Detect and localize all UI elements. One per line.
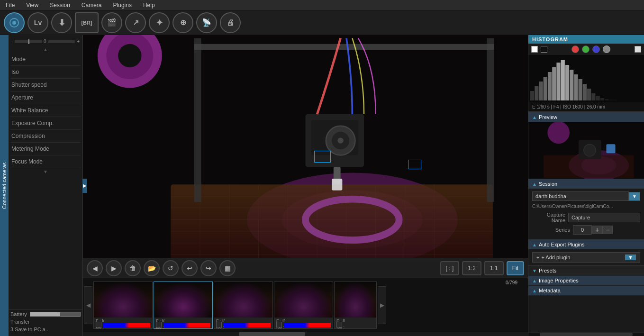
folder-button[interactable]: 📂	[144, 260, 160, 276]
setting-compression[interactable]: Compression	[10, 130, 81, 143]
prev-button[interactable]: ◀	[87, 260, 103, 276]
film-thumb-1[interactable]: F : f/ Iso : E : FL : EB :	[93, 282, 153, 329]
toolbar: Lv ⬇ [BR] 🎬 ↗ ✦ ⊕ 📡 🖨	[0, 10, 644, 35]
setting-shutter[interactable]: Shutter speed	[10, 79, 81, 91]
image-view[interactable]	[83, 35, 528, 258]
save-row[interactable]: 3.Save to PC a...	[10, 327, 81, 332]
preview-header[interactable]: ▲ Preview	[528, 112, 644, 122]
rotate-ccw-button[interactable]: ↩	[181, 260, 198, 276]
scroll-down[interactable]: ▼	[10, 168, 81, 175]
setting-mode[interactable]: Mode	[10, 53, 81, 66]
menu-session[interactable]: Session	[48, 1, 72, 9]
menu-camera[interactable]: Camera	[80, 1, 104, 9]
next-button[interactable]: ▶	[106, 260, 122, 276]
scroll-up[interactable]: ▲	[10, 46, 81, 53]
control-bar: ◀ ▶ 🗑 📂 ↺ ↩ ↪ ▦	[83, 258, 528, 278]
series-increment-button[interactable]: +	[592, 226, 602, 234]
histogram-section: HISTOGRAM	[528, 35, 644, 112]
svg-point-29	[337, 137, 343, 143]
view-fit-button[interactable]: Fit	[507, 261, 524, 275]
film-checkbox-1[interactable]	[96, 322, 101, 327]
setting-wb[interactable]: White Balance	[10, 104, 81, 117]
menu-bar: File View Session Camera Plugins Help	[0, 0, 644, 10]
film-thumb-2[interactable]: F : f/ Iso : E : FL : EB :	[154, 282, 213, 329]
series-decrement-button[interactable]: −	[602, 226, 613, 234]
rotate-cw-icon: ↪	[206, 264, 211, 272]
view-full-button[interactable]: 1:1	[484, 261, 504, 275]
menu-view[interactable]: View	[24, 1, 40, 9]
add-plugin-button[interactable]: + + Add plugin ▼	[532, 252, 640, 263]
rotate-cw-button[interactable]: ↪	[200, 260, 217, 276]
add-plugin-label: + Add plugin	[541, 254, 570, 260]
hist-white-button[interactable]	[531, 46, 538, 53]
layers-button[interactable]: ⊕	[172, 12, 193, 33]
capture-name-input[interactable]	[568, 213, 640, 222]
film-img-3	[214, 282, 272, 318]
preview-image	[528, 122, 644, 179]
gallery-button[interactable]: ▦	[219, 260, 236, 276]
menu-file[interactable]: File	[4, 1, 17, 9]
exposure-slider[interactable]	[15, 40, 42, 43]
hist-black-button[interactable]	[541, 46, 547, 53]
film-checkbox-3[interactable]	[216, 322, 222, 327]
hist-red-button[interactable]	[571, 45, 579, 53]
film-checkbox-4[interactable]	[276, 322, 282, 327]
exp-min: -	[11, 39, 13, 44]
setting-aperture[interactable]: Aperture	[10, 91, 81, 104]
setting-expcomp[interactable]: Exposure Comp.	[10, 117, 81, 130]
delete-button[interactable]: 🗑	[125, 260, 141, 276]
star-button[interactable]: ✦	[149, 12, 170, 33]
filmstrip-next[interactable]: ▶	[378, 286, 386, 324]
settings-panel: - 0 + ▲ Mode Iso Shutter speed Aperture …	[9, 35, 82, 309]
menu-help[interactable]: Help	[141, 1, 157, 9]
battery-row: Battery	[10, 311, 81, 317]
metadata-section: ▲ Metadata	[528, 286, 644, 296]
wifi-icon: 📡	[202, 18, 211, 27]
presets-header[interactable]: ▼ Presets	[528, 266, 644, 275]
h-scroll-thumb[interactable]	[239, 332, 306, 336]
panel-toggle[interactable]: ▶	[82, 179, 87, 193]
download-button[interactable]: ⬇	[51, 12, 72, 33]
refresh-button[interactable]: ↺	[163, 260, 179, 276]
session-dropdown-arrow[interactable]: ▼	[629, 192, 640, 201]
connected-cameras-tab[interactable]: Connected cameras	[0, 35, 9, 336]
lv-button[interactable]: Lv	[27, 12, 48, 33]
logo-button[interactable]	[4, 12, 25, 33]
session-header[interactable]: ▲ Session	[528, 179, 644, 189]
hist-gray-button[interactable]	[603, 45, 610, 53]
count-badge: 0/799	[506, 280, 517, 285]
film-checkbox-2[interactable]	[156, 322, 162, 327]
metadata-header[interactable]: ▲ Metadata	[528, 286, 644, 295]
setting-focus[interactable]: Focus Mode	[10, 155, 81, 168]
exposure-slider-right[interactable]	[48, 40, 75, 43]
main-area: Connected cameras - 0 + ▲ Mode Iso Shutt…	[0, 35, 644, 336]
export-label: Auto Export Plugins	[539, 242, 585, 247]
export-header[interactable]: ▲ Auto Export Plugins	[528, 240, 644, 249]
view-bracket-button[interactable]: [ : ]	[440, 261, 460, 275]
right-panel-scrollbar[interactable]	[528, 332, 644, 336]
film-checkbox-5[interactable]	[336, 322, 342, 327]
svg-rect-54	[613, 100, 617, 100]
export-button[interactable]: ↗	[125, 12, 146, 33]
h-scrollbar[interactable]	[83, 332, 528, 336]
session-dropdown[interactable]: darth buddha	[532, 191, 629, 201]
setting-iso[interactable]: Iso	[10, 66, 81, 79]
film-thumb-3[interactable]: F : f/ Iso : E : FL : EB :	[214, 282, 273, 329]
setting-metering[interactable]: Metering Mode	[10, 143, 81, 155]
hist-blue-button[interactable]	[592, 45, 600, 53]
hist-green-button[interactable]	[582, 45, 590, 53]
filmstrip-prev[interactable]: ◀	[84, 286, 92, 324]
movie-button[interactable]: 🎬	[101, 12, 122, 33]
session-arrow-icon: ▲	[532, 182, 537, 187]
wifi-button[interactable]: 📡	[196, 12, 217, 33]
print-button[interactable]: 🖨	[220, 12, 241, 33]
view-half-button[interactable]: 1:2	[462, 261, 481, 275]
right-scrollbar-thumb[interactable]	[540, 333, 632, 336]
hist-white-sq2[interactable]	[635, 46, 641, 53]
bracket-button[interactable]: [BR]	[75, 12, 99, 33]
image-props-header[interactable]: ▲ Image Properties	[528, 276, 644, 285]
film-thumb-4[interactable]: F : f/ Iso : E : FL : EB :	[274, 282, 333, 329]
svg-rect-51	[600, 98, 604, 100]
menu-plugins[interactable]: Plugins	[111, 1, 134, 9]
film-thumb-5[interactable]: F : f/ Iso : E : FL : EB :	[334, 282, 377, 329]
